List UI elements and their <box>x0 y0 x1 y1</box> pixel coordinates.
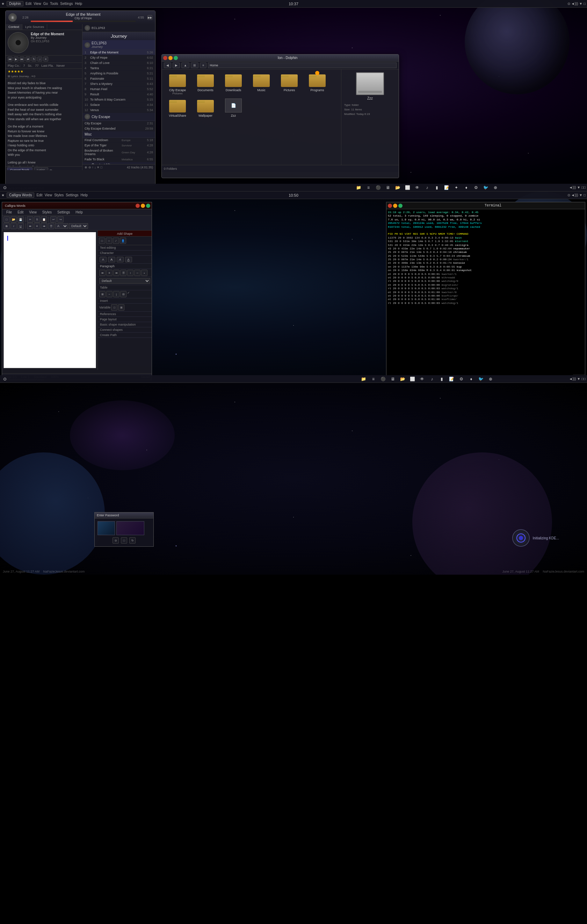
tb2-github[interactable]: ⊕ <box>487 376 494 383</box>
next-button[interactable]: ▶▶ <box>147 15 152 20</box>
play-btn-small[interactable]: ▶ <box>13 56 18 61</box>
tb-align-right[interactable]: ➡ <box>41 223 47 229</box>
track-6[interactable]: 6 Pasionate 5:11 <box>83 76 155 81</box>
lyrics-tab-btn[interactable]: Lyrics <box>34 167 48 170</box>
calligra-max[interactable] <box>146 204 150 208</box>
tb-italic[interactable]: I <box>10 223 17 229</box>
tb-music-icon[interactable]: ♪ <box>423 184 430 191</box>
folder-music[interactable]: Music <box>249 73 274 95</box>
document-page[interactable] <box>3 232 96 368</box>
fm-up-btn[interactable]: ▲ <box>181 63 189 68</box>
fm-view-list[interactable]: ≡ <box>200 63 207 68</box>
tb-github-icon[interactable]: ⊕ <box>492 184 499 191</box>
star-rating[interactable]: ★★★★★ <box>6 69 82 74</box>
tb-gear-icon[interactable]: ⚙ <box>472 184 480 191</box>
tb-eye-icon[interactable]: 👁 <box>414 184 421 191</box>
calligra-close[interactable] <box>136 204 140 208</box>
tb-justify[interactable]: ☰ <box>48 223 54 229</box>
menu2-settings[interactable]: Settings <box>66 193 78 197</box>
misc-track-3[interactable]: Boulevard of Broken Dreams Green Day 4:2… <box>83 148 155 157</box>
term-max[interactable] <box>398 204 402 208</box>
var-btn-2[interactable]: ⊞ <box>118 304 124 310</box>
shape-line[interactable]: ⁄ <box>113 238 119 244</box>
lyrics-tab-nav[interactable]: Lyric Sources <box>22 24 47 30</box>
boot-btn-3[interactable]: ↻ <box>129 537 136 544</box>
tb-diamond-icon[interactable]: ♦ <box>463 184 470 191</box>
tb-screen-icon[interactable]: ⬜ <box>404 184 411 191</box>
calligra-menu-settings[interactable]: Settings <box>55 210 73 215</box>
tb-menu-icon[interactable]: ≡ <box>365 184 372 191</box>
para-rspace[interactable]: ↔ <box>134 270 141 276</box>
folder-pictures[interactable]: Pictures <box>277 73 301 95</box>
para-align-center[interactable]: ≡ <box>106 270 112 276</box>
tb2-files[interactable]: 📁 <box>360 376 367 383</box>
fm-max-btn[interactable] <box>174 56 178 60</box>
fm-min-btn[interactable] <box>169 56 173 60</box>
section-character[interactable]: Character <box>98 251 152 256</box>
play-pause-button[interactable]: ⏸ <box>8 13 17 21</box>
calligra-app-btn[interactable]: Calligra Words <box>7 193 34 198</box>
fm-back-btn[interactable]: ◀ <box>164 63 171 68</box>
btn-A1[interactable]: A <box>99 257 107 262</box>
menu-go[interactable]: Go <box>43 2 48 6</box>
style-dropdown[interactable]: Default <box>99 278 150 284</box>
para-bullet[interactable]: • <box>141 270 147 276</box>
track-3[interactable]: 3 Chain of Love 6:10 <box>83 60 155 66</box>
track-2[interactable]: 2 City of Hope 6:02 <box>83 55 155 60</box>
folder-virtualshare[interactable]: VirtualShare <box>165 99 190 117</box>
track-1[interactable]: 1 Edge of the Moment 5:26 <box>83 50 155 55</box>
apps-icon-2[interactable]: ⊙ <box>2 376 8 383</box>
tb2-folder[interactable]: 📂 <box>399 376 406 383</box>
folder-city-escape[interactable]: City Escape Pictures <box>165 73 190 95</box>
track-10[interactable]: 10 To Whom it May Concern 5:15 <box>83 97 155 102</box>
para-justify[interactable]: ☰ <box>120 270 126 276</box>
menu2-help[interactable]: Help <box>81 193 88 197</box>
album-eclip63[interactable]: ECL1P63 Journey <box>83 40 155 50</box>
btn-A4[interactable]: A <box>125 257 132 262</box>
term-min[interactable] <box>393 204 397 208</box>
calligra-min[interactable] <box>141 204 145 208</box>
btn-A2[interactable]: A <box>108 257 115 262</box>
para-align-left[interactable]: ⬅ <box>99 270 106 276</box>
fm-view-toggle[interactable]: ⊞ <box>191 63 198 68</box>
tb-bird-icon[interactable]: 🐦 <box>482 184 489 191</box>
menu-edit[interactable]: Edit <box>25 2 31 6</box>
tb2-circle[interactable]: ⚫ <box>379 376 387 383</box>
tb-monitor-icon[interactable]: 🖥 <box>384 184 391 191</box>
section-text-editing[interactable]: Text editing <box>98 245 152 251</box>
tb-align-left[interactable]: ⬅ <box>27 223 33 229</box>
fm-forward-btn[interactable]: ▶ <box>173 63 180 68</box>
tb-redo[interactable]: ↪ <box>57 216 64 223</box>
shuffle-btn[interactable]: ⇄ <box>25 56 30 61</box>
menu-tools[interactable]: Tools <box>50 2 58 6</box>
calligra-menu-edit[interactable]: Edit <box>15 210 26 215</box>
tb-files-icon[interactable]: 📁 <box>355 184 362 191</box>
table-insert[interactable]: ⊞ <box>99 291 106 297</box>
tb-save[interactable]: 💾 <box>18 216 24 223</box>
tb-bold[interactable]: B <box>3 223 10 229</box>
tb-circle-icon[interactable]: ⚫ <box>375 184 382 191</box>
star-icon-2[interactable]: ★ <box>2 193 5 197</box>
section-references[interactable]: References <box>98 312 152 317</box>
tb2-gear[interactable]: ⚙ <box>458 376 465 383</box>
section-table[interactable]: Table <box>98 285 152 290</box>
menu2-view[interactable]: View <box>45 193 53 197</box>
tb2-menu[interactable]: ≡ <box>370 376 377 383</box>
tb-open[interactable]: 📂 <box>10 216 17 223</box>
section-paragraph[interactable]: Paragraph <box>98 264 152 269</box>
track-8[interactable]: 8 Human Feel 5:52 <box>83 87 155 92</box>
font-family-select[interactable]: Default <box>69 223 88 229</box>
current-track-tab[interactable]: Current Track <box>7 167 33 170</box>
tb-cut[interactable]: ✂ <box>27 216 33 223</box>
fm-close-btn[interactable] <box>163 56 167 60</box>
dolphin-app-btn[interactable]: Dolphin <box>7 1 23 6</box>
track-4[interactable]: 4 Tantra 6:21 <box>83 66 155 71</box>
progress-bar[interactable] <box>31 21 136 22</box>
tb-folder-icon[interactable]: 📂 <box>394 184 401 191</box>
misc-track-1[interactable]: Final Countdown Europe 5:18 <box>83 138 155 143</box>
tb-align-center[interactable]: ≡ <box>34 223 40 229</box>
file-zzz[interactable]: 📄 Zzz <box>221 99 246 117</box>
calligra-menu-help[interactable]: Help <box>73 210 86 215</box>
tb-copy[interactable]: ⎘ <box>34 216 40 223</box>
tb-term-icon[interactable]: ▮ <box>433 184 440 191</box>
